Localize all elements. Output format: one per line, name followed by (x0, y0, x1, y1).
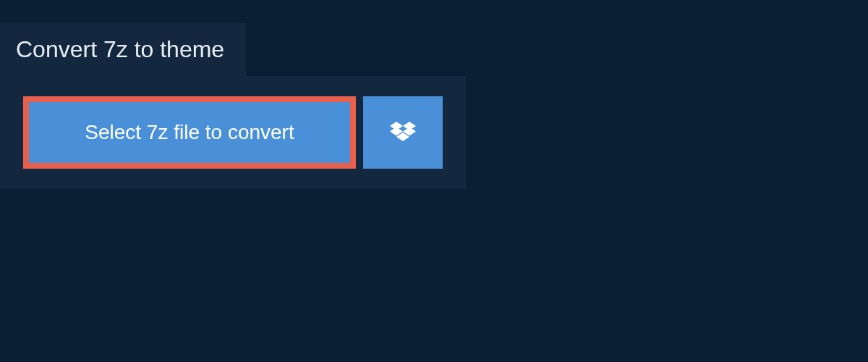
dropbox-icon (390, 121, 416, 144)
select-file-button[interactable]: Select 7z file to convert (23, 96, 356, 169)
header-tab: Convert 7z to theme (0, 23, 246, 76)
select-file-label: Select 7z file to convert (85, 121, 294, 144)
dropbox-button[interactable] (363, 96, 443, 169)
page-title: Convert 7z to theme (16, 36, 224, 63)
upload-panel: Select 7z file to convert (0, 76, 466, 189)
